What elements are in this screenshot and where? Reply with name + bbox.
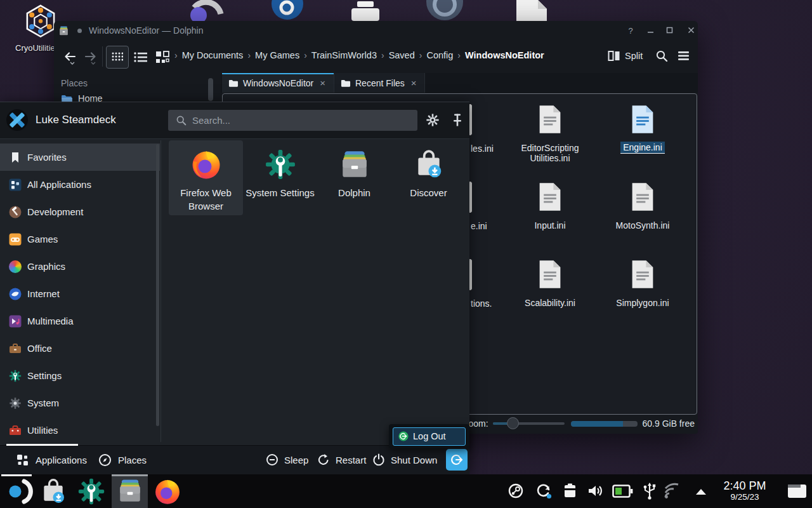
office-icon [9, 342, 22, 355]
back-icon[interactable] [62, 50, 77, 65]
restart-button[interactable]: Restart [317, 453, 366, 466]
file-label: EditorScripting [506, 143, 594, 153]
shutdown-button[interactable]: Shut Down [372, 453, 437, 466]
menu-icon[interactable] [678, 51, 690, 61]
file-label-partial[interactable]: tions. [471, 298, 492, 309]
taskbar-settings-button[interactable] [77, 478, 105, 508]
minimize-button[interactable] [643, 25, 658, 37]
sidebar-item-development[interactable]: Development [0, 198, 160, 225]
discover-icon [413, 149, 445, 180]
breadcrumb-separator: › [415, 50, 427, 60]
file-label-partial[interactable]: e.ini [471, 221, 487, 231]
desktop-icon-partial-1[interactable] [189, 0, 225, 23]
tray-volume-icon[interactable] [587, 483, 604, 501]
icons-view-button[interactable] [106, 46, 129, 69]
file-scalability[interactable]: Scalability.ini [506, 259, 594, 308]
tree-view-icon[interactable] [155, 51, 169, 64]
logout-tooltip[interactable]: Log Out [389, 424, 469, 448]
breadcrumb-separator: › [299, 50, 311, 60]
tray-updates-icon[interactable] [535, 483, 552, 502]
favorite-firefox[interactable]: Firefox Web Browser [169, 140, 243, 215]
taskbar-dolphin-button[interactable] [117, 478, 143, 507]
peek-desktop-button[interactable] [787, 484, 807, 501]
sidebar-item-graphics[interactable]: Graphics [0, 253, 160, 280]
favorite-discover[interactable]: Discover [391, 140, 466, 215]
favorite-dolphin[interactable]: Dolphin [317, 140, 391, 215]
sidebar-item-favorites[interactable]: Favorites [0, 144, 160, 171]
application-launcher: Luke Steamdeck Search... [0, 102, 469, 475]
tray-steam-icon[interactable] [508, 483, 523, 501]
ini-file-icon [631, 259, 655, 290]
desktop-icon-partial-3[interactable] [350, 0, 381, 23]
sidebar-item-multimedia[interactable]: Multimedia [0, 307, 160, 335]
clock[interactable]: 2:40 PM 9/25/23 [716, 479, 774, 502]
taskbar-launcher-button[interactable] [5, 478, 33, 508]
leave-button[interactable] [446, 449, 468, 471]
breadcrumb-my-documents[interactable]: My Documents [182, 50, 244, 60]
sidebar-item-utilities[interactable]: Utilities [0, 417, 160, 444]
breadcrumb-trainsimworld3[interactable]: TrainSimWorld3 [311, 50, 377, 60]
tray-battery-icon[interactable] [612, 485, 633, 500]
tab-applications[interactable]: Applications [16, 453, 87, 467]
sleep-button[interactable]: Sleep [266, 453, 308, 466]
zoom-slider-handle[interactable] [507, 417, 519, 429]
title-bar[interactable]: WindowsNoEditor — Dolphin ? [54, 21, 698, 41]
taskbar-discover-button[interactable] [39, 478, 67, 508]
logout-tooltip-button[interactable]: Log Out [393, 427, 466, 446]
sidebar-label: All Applications [27, 179, 91, 190]
settings-icon [9, 370, 22, 382]
file-simplygon[interactable]: Simplygon.ini [598, 259, 687, 308]
desktop-icon-partial-4[interactable] [426, 0, 463, 23]
tray-clipboard-icon[interactable] [563, 483, 577, 501]
tab-close-icon[interactable] [410, 77, 422, 88]
file-input[interactable]: Input.ini [506, 182, 594, 231]
sidebar-item-office[interactable]: Office [0, 335, 160, 362]
breadcrumb-my-games[interactable]: My Games [255, 50, 299, 60]
file-label: Input.ini [506, 220, 594, 231]
applications-grid-icon [16, 453, 29, 467]
bookmark-icon [9, 151, 22, 164]
search-icon [176, 115, 187, 126]
user-avatar[interactable] [6, 109, 28, 131]
sidebar-scrollbar[interactable] [156, 144, 159, 426]
file-label-partial[interactable]: les.ini [471, 144, 494, 154]
breadcrumb-windowsnoeditor[interactable]: WindowsNoEditor [465, 50, 544, 60]
forward-icon[interactable] [83, 50, 98, 65]
close-button[interactable] [683, 25, 698, 37]
tab-bar: WindowsNoEditor Recent Files [221, 73, 698, 93]
zoom-slider[interactable] [493, 422, 565, 425]
ini-file-icon [538, 104, 562, 135]
panel-splitter-handle[interactable] [208, 78, 213, 101]
tab-places[interactable]: Places [98, 453, 147, 467]
taskbar-firefox-button[interactable] [154, 478, 181, 508]
file-editorscripting[interactable]: EditorScripting Utilities.ini [506, 104, 594, 163]
configure-icon[interactable] [426, 113, 440, 127]
desktop-icon-partial-2[interactable] [272, 0, 303, 23]
tray-expand-caret-icon[interactable] [695, 487, 707, 498]
file-engine-selected[interactable]: Engine.ini [598, 104, 687, 153]
sidebar-item-internet[interactable]: Internet [0, 280, 160, 307]
maximize-button[interactable] [662, 25, 677, 37]
breadcrumb-config[interactable]: Config [426, 50, 453, 60]
split-button[interactable]: Split [608, 50, 643, 62]
tray-usb-icon[interactable] [642, 482, 657, 502]
pin-icon[interactable] [451, 113, 464, 127]
sidebar-item-system[interactable]: System [0, 389, 160, 417]
help-button[interactable]: ? [623, 25, 638, 37]
tray-network-icon[interactable] [664, 483, 683, 502]
list-view-icon[interactable] [134, 51, 148, 63]
tab-close-icon[interactable] [318, 77, 331, 88]
sidebar-item-settings[interactable]: Settings [0, 362, 160, 389]
sidebar-item-all-applications[interactable]: All Applications [0, 171, 160, 198]
sidebar-item-games[interactable]: Games [0, 225, 160, 253]
favorite-system-settings[interactable]: System Settings [243, 140, 317, 215]
desktop-icon-partial-5[interactable] [515, 0, 548, 23]
breadcrumb-saved[interactable]: Saved [389, 50, 415, 60]
tab-windowsnoeditor[interactable]: WindowsNoEditor [222, 73, 334, 93]
tab-recent-files[interactable]: Recent Files [334, 73, 425, 93]
system-icon [9, 397, 22, 410]
multimedia-icon [9, 315, 22, 328]
search-input[interactable]: Search... [168, 110, 417, 131]
search-icon[interactable] [655, 50, 668, 62]
file-motosynth[interactable]: MotoSynth.ini [598, 182, 687, 231]
